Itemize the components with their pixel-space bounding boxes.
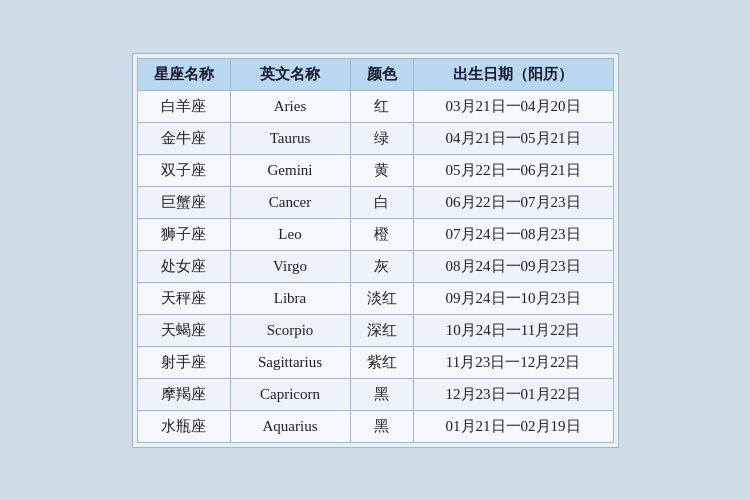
table-header-row: 星座名称 英文名称 颜色 出生日期（阳历） xyxy=(137,58,613,90)
cell-date: 05月22日一06月21日 xyxy=(413,154,613,186)
cell-chinese: 射手座 xyxy=(137,346,230,378)
header-chinese: 星座名称 xyxy=(137,58,230,90)
cell-color: 黄 xyxy=(350,154,413,186)
cell-english: Libra xyxy=(230,282,350,314)
cell-color: 橙 xyxy=(350,218,413,250)
cell-chinese: 狮子座 xyxy=(137,218,230,250)
cell-chinese: 白羊座 xyxy=(137,90,230,122)
cell-date: 06月22日一07月23日 xyxy=(413,186,613,218)
cell-color: 红 xyxy=(350,90,413,122)
table-row: 白羊座Aries红03月21日一04月20日 xyxy=(137,90,613,122)
cell-date: 01月21日一02月19日 xyxy=(413,410,613,442)
cell-chinese: 水瓶座 xyxy=(137,410,230,442)
header-color: 颜色 xyxy=(350,58,413,90)
table-row: 巨蟹座Cancer白06月22日一07月23日 xyxy=(137,186,613,218)
table-row: 水瓶座Aquarius黑01月21日一02月19日 xyxy=(137,410,613,442)
zodiac-table-container: 星座名称 英文名称 颜色 出生日期（阳历） 白羊座Aries红03月21日一04… xyxy=(132,53,619,448)
cell-english: Capricorn xyxy=(230,378,350,410)
cell-color: 深红 xyxy=(350,314,413,346)
cell-english: Scorpio xyxy=(230,314,350,346)
table-body: 白羊座Aries红03月21日一04月20日金牛座Taurus绿04月21日一0… xyxy=(137,90,613,442)
table-row: 双子座Gemini黄05月22日一06月21日 xyxy=(137,154,613,186)
cell-date: 03月21日一04月20日 xyxy=(413,90,613,122)
table-row: 射手座Sagittarius紫红11月23日一12月22日 xyxy=(137,346,613,378)
table-row: 狮子座Leo橙07月24日一08月23日 xyxy=(137,218,613,250)
header-date: 出生日期（阳历） xyxy=(413,58,613,90)
table-row: 处女座Virgo灰08月24日一09月23日 xyxy=(137,250,613,282)
cell-english: Cancer xyxy=(230,186,350,218)
cell-color: 淡红 xyxy=(350,282,413,314)
cell-chinese: 摩羯座 xyxy=(137,378,230,410)
table-row: 金牛座Taurus绿04月21日一05月21日 xyxy=(137,122,613,154)
cell-date: 09月24日一10月23日 xyxy=(413,282,613,314)
cell-date: 07月24日一08月23日 xyxy=(413,218,613,250)
cell-color: 灰 xyxy=(350,250,413,282)
cell-english: Gemini xyxy=(230,154,350,186)
cell-color: 绿 xyxy=(350,122,413,154)
header-english: 英文名称 xyxy=(230,58,350,90)
cell-chinese: 巨蟹座 xyxy=(137,186,230,218)
cell-english: Taurus xyxy=(230,122,350,154)
cell-english: Leo xyxy=(230,218,350,250)
table-row: 天秤座Libra淡红09月24日一10月23日 xyxy=(137,282,613,314)
cell-english: Aries xyxy=(230,90,350,122)
cell-chinese: 双子座 xyxy=(137,154,230,186)
cell-date: 08月24日一09月23日 xyxy=(413,250,613,282)
cell-color: 黑 xyxy=(350,410,413,442)
table-row: 天蝎座Scorpio深红10月24日一11月22日 xyxy=(137,314,613,346)
cell-english: Sagittarius xyxy=(230,346,350,378)
table-row: 摩羯座Capricorn黑12月23日一01月22日 xyxy=(137,378,613,410)
cell-english: Aquarius xyxy=(230,410,350,442)
cell-english: Virgo xyxy=(230,250,350,282)
cell-color: 白 xyxy=(350,186,413,218)
cell-date: 12月23日一01月22日 xyxy=(413,378,613,410)
cell-chinese: 天秤座 xyxy=(137,282,230,314)
zodiac-table: 星座名称 英文名称 颜色 出生日期（阳历） 白羊座Aries红03月21日一04… xyxy=(137,58,614,443)
cell-chinese: 处女座 xyxy=(137,250,230,282)
cell-date: 10月24日一11月22日 xyxy=(413,314,613,346)
cell-chinese: 金牛座 xyxy=(137,122,230,154)
cell-date: 04月21日一05月21日 xyxy=(413,122,613,154)
cell-date: 11月23日一12月22日 xyxy=(413,346,613,378)
cell-color: 紫红 xyxy=(350,346,413,378)
cell-chinese: 天蝎座 xyxy=(137,314,230,346)
cell-color: 黑 xyxy=(350,378,413,410)
